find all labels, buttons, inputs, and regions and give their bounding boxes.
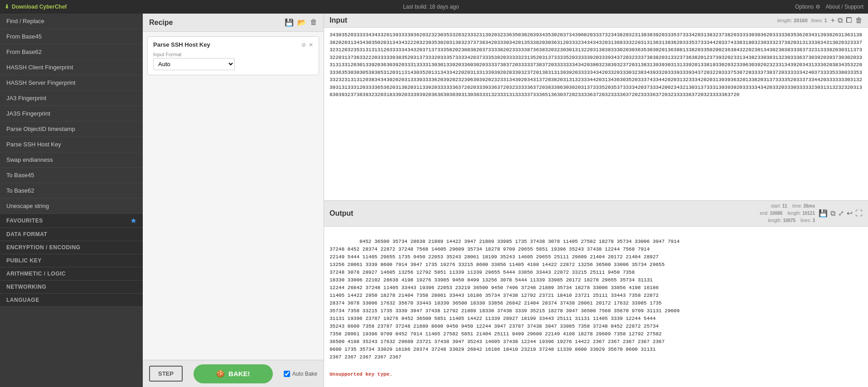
input-length-label: length: 20160 xyxy=(777,18,808,23)
output-length-val: 10121 xyxy=(802,211,815,216)
output-header-right: start: 11 time: 26ms end: 10086 length: … xyxy=(760,203,863,224)
output-undo-icon[interactable]: ↩ xyxy=(847,209,853,218)
options-link[interactable]: Options ⚙ xyxy=(795,4,820,10)
right-panel: Recipe 💾 📂 🗑 Parse SSH Host Key ⊘ ✕ xyxy=(143,14,868,387)
step-button[interactable]: STEP xyxy=(149,366,183,382)
sidebar-item-find-replace[interactable]: Find / Replace xyxy=(0,14,143,29)
input-header-right: length: 20160 lines: 1 + ⧉ ⧠ 🗑 xyxy=(777,16,863,24)
input-format-group: Input Format Auto Hex Base64 UTF-8 Latin… xyxy=(153,52,313,70)
sidebar-label: JA3S Fingerprint xyxy=(6,110,50,117)
sidebar-section-favourites[interactable]: Favourites ★ xyxy=(0,214,143,228)
output-copy-icon[interactable]: ⧉ xyxy=(830,209,835,218)
sidebar-label: Parse SSH Host Key xyxy=(6,141,61,148)
bake-label: BAKE! xyxy=(228,370,250,377)
sidebar-item-from-base45[interactable]: From Base45 xyxy=(0,29,143,44)
sidebar-item-hassh-server[interactable]: HASSH Server Fingerprint xyxy=(0,75,143,91)
input-body[interactable]: 3430352033333434332013933339362032323035… xyxy=(324,28,868,200)
input-length-value: 20160 xyxy=(794,18,808,23)
recipe-load-icon[interactable]: 📂 xyxy=(297,18,306,27)
app-name-section[interactable]: ⬇ Download CyberChef xyxy=(5,4,67,10)
sidebar-label: JA3 Fingerprint xyxy=(6,95,46,102)
output-length: length: 10121 xyxy=(787,211,815,216)
sidebar-label: HASSH Client Fingerprint xyxy=(6,64,73,71)
input-format-label: Input Format xyxy=(153,52,313,57)
output-end: end: 10086 xyxy=(760,211,782,216)
sidebar-item-unescape[interactable]: Unescape string xyxy=(0,198,143,214)
sidebar-section-arithmetic[interactable]: Arithmetic / Logic xyxy=(0,267,143,281)
io-panel: Input length: 20160 lines: 1 + ⧉ ⧠ 🗑 343… xyxy=(324,14,868,387)
recipe-body: Parse SSH Host Key ⊘ ✕ Input Format Auto… xyxy=(143,32,324,360)
sidebar-item-from-base62[interactable]: From Base62 xyxy=(0,44,143,60)
sidebar-item-swap-endianness[interactable]: Swap endianness xyxy=(0,152,143,168)
last-build: Last build: 18 days ago xyxy=(403,4,459,10)
input-section: Input length: 20160 lines: 1 + ⧉ ⧠ 🗑 343… xyxy=(324,14,868,200)
input-lines-value: 1 xyxy=(824,18,827,23)
sidebar-section-data-format[interactable]: Data format xyxy=(0,228,143,241)
recipe-panel: Recipe 💾 📂 🗑 Parse SSH Host Key ⊘ ✕ xyxy=(143,14,324,387)
sidebar-label: Find / Replace xyxy=(6,18,44,24)
output-fullscreen-icon[interactable]: ⛶ xyxy=(855,209,863,218)
section-label: Public Key xyxy=(6,257,42,264)
about-link[interactable]: About / Support xyxy=(826,4,863,10)
sidebar-item-to-base62[interactable]: To Base62 xyxy=(0,183,143,198)
output-lines-val: 3 xyxy=(812,218,815,223)
sidebar-section-public-key[interactable]: Public Key xyxy=(0,254,143,267)
section-label: Data format xyxy=(6,231,47,237)
topbar-right: Options ⚙ About / Support xyxy=(795,4,863,10)
sidebar-item-parse-ssh[interactable]: Parse SSH Host Key xyxy=(0,137,143,152)
output-length2-val: 10075 xyxy=(783,218,795,223)
download-icon: ⬇ xyxy=(5,4,9,10)
section-label: Networking xyxy=(6,284,46,290)
sidebar-item-parse-objectid[interactable]: Parse ObjectID timestamp xyxy=(0,121,143,137)
sidebar-label: HASSH Server Fingerprint xyxy=(6,79,75,86)
input-header: Input length: 20160 lines: 1 + ⧉ ⧠ 🗑 xyxy=(324,14,868,28)
input-copy-icon[interactable]: ⧉ xyxy=(838,16,843,24)
auto-bake-checkbox[interactable] xyxy=(284,371,290,377)
input-format-select[interactable]: Auto Hex Base64 UTF-8 Latin1 xyxy=(153,58,235,70)
sidebar-item-hassh-client[interactable]: HASSH Client Fingerprint xyxy=(0,60,143,75)
bottom-bar: STEP 🍪 BAKE! Auto Bake xyxy=(143,360,324,387)
topbar: ⬇ Download CyberChef Last build: 18 days… xyxy=(0,0,868,14)
input-split-icon[interactable]: ⧠ xyxy=(845,16,853,24)
sidebar-label: To Base62 xyxy=(6,187,34,194)
sidebar: Find / Replace From Base45 From Base62 H… xyxy=(0,14,143,387)
sidebar-label: Swap endianness xyxy=(6,156,53,163)
output-end-val: 10086 xyxy=(770,211,782,216)
output-content: 8452 36500 35734 28638 21889 14422 3947 … xyxy=(330,239,679,360)
recipe-clear-icon[interactable]: 🗑 xyxy=(310,18,317,27)
bake-button[interactable]: 🍪 BAKE! xyxy=(194,364,273,383)
output-title: Output xyxy=(330,209,353,218)
output-start-val: 11 xyxy=(782,203,787,208)
recipe-disable-icon[interactable]: ⊘ xyxy=(301,42,306,48)
options-label[interactable]: Options xyxy=(795,4,814,10)
recipe-card-header: Parse SSH Host Key ⊘ ✕ xyxy=(153,41,313,48)
recipe-card-icons: ⊘ ✕ xyxy=(301,42,313,48)
app-name[interactable]: Download CyberChef xyxy=(12,4,67,10)
recipe-delete-icon[interactable]: ✕ xyxy=(309,42,313,48)
recipe-save-icon[interactable]: 💾 xyxy=(285,18,294,27)
auto-bake-section: Auto Bake xyxy=(284,371,317,377)
sidebar-section-language[interactable]: Language xyxy=(0,294,143,307)
sidebar-section-encryption[interactable]: Encryption / Encoding xyxy=(0,241,143,254)
sidebar-item-to-base45[interactable]: To Base45 xyxy=(0,168,143,183)
sidebar-label: From Base45 xyxy=(6,33,42,40)
sidebar-label: From Base62 xyxy=(6,48,42,55)
output-stats: start: 11 time: 26ms end: 10086 length: … xyxy=(760,203,815,224)
input-add-icon[interactable]: + xyxy=(831,16,835,24)
section-label: Arithmetic / Logic xyxy=(6,271,66,277)
recipe-title: Recipe xyxy=(149,19,173,27)
output-save-icon[interactable]: 💾 xyxy=(819,209,828,218)
sidebar-item-ja3[interactable]: JA3 Fingerprint xyxy=(0,91,143,106)
sidebar-label: Parse ObjectID timestamp xyxy=(6,126,75,132)
sidebar-item-ja3s[interactable]: JA3S Fingerprint xyxy=(0,106,143,121)
output-lines: lines: 3 xyxy=(800,218,815,223)
sidebar-section-networking[interactable]: Networking xyxy=(0,281,143,294)
output-icons: 💾 ⧉ ⤢ ↩ ⛶ xyxy=(819,209,863,218)
input-clear-icon[interactable]: 🗑 xyxy=(855,16,863,24)
output-expand-icon[interactable]: ⤢ xyxy=(838,209,844,218)
output-time-val: 26ms xyxy=(803,203,815,208)
recipe-header: Recipe 💾 📂 🗑 xyxy=(143,14,324,32)
output-start: start: 11 xyxy=(771,203,787,208)
recipe-card-title: Parse SSH Host Key xyxy=(153,41,210,48)
section-label: Favourites xyxy=(6,218,43,224)
